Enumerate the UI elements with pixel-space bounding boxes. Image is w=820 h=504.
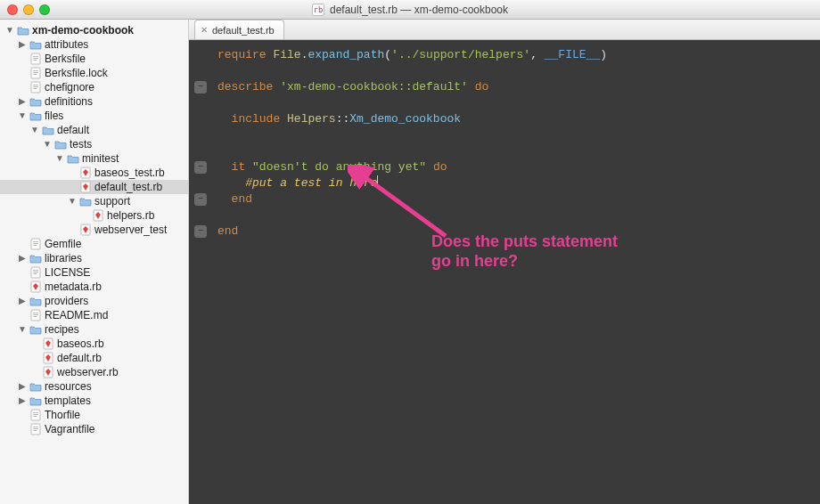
tree-item[interactable]: Berksfile: [0, 52, 188, 66]
code-editor[interactable]: −−−− require File.expand_path('../suppor…: [189, 40, 820, 504]
disclosure-triangle[interactable]: ▼: [41, 137, 53, 151]
fold-toggle-icon[interactable]: −: [194, 193, 207, 206]
window-title: rb default_test.rb — xm-demo-cookbook: [0, 4, 820, 16]
tree-item[interactable]: ▼tests: [0, 137, 188, 151]
file-icon: [29, 266, 43, 279]
tree-item[interactable]: ▼minitest: [0, 151, 188, 166]
file-tree[interactable]: ▼xm-demo-cookbook▶attributesBerksfileBer…: [0, 23, 188, 436]
tree-item[interactable]: ▼default: [0, 123, 188, 137]
gutter-cell: [189, 63, 212, 79]
file-type-badge: rb: [312, 4, 324, 16]
tree-item-label: webserver_test: [94, 223, 167, 237]
tree-item[interactable]: ▶libraries: [0, 251, 188, 265]
tree-item[interactable]: Vagrantfile: [0, 422, 188, 436]
tree-item-label: tests: [70, 137, 92, 151]
disclosure-triangle[interactable]: ▼: [53, 151, 66, 166]
svg-rect-47: [33, 430, 37, 431]
disclosure-triangle[interactable]: ▶: [16, 94, 29, 109]
folder-icon: [16, 25, 30, 36]
project-sidebar[interactable]: ▼xm-demo-cookbook▶attributesBerksfileBer…: [0, 20, 189, 504]
traffic-lights: [7, 4, 50, 15]
tree-item-label: baseos.rb: [57, 337, 104, 351]
svg-rect-11: [33, 88, 37, 89]
tree-item[interactable]: baseos.rb: [0, 337, 188, 351]
ruby-file-icon: [78, 224, 93, 236]
close-tab-icon[interactable]: ✕: [201, 25, 208, 35]
disclosure-triangle[interactable]: ▼: [29, 123, 41, 137]
tree-item[interactable]: default.rb: [0, 351, 188, 365]
ruby-file-icon: [78, 181, 93, 193]
tree-item[interactable]: ▼files: [0, 109, 188, 123]
fold-toggle-icon[interactable]: −: [194, 225, 207, 238]
tree-item-label: Berksfile.lock: [45, 66, 108, 80]
tree-item[interactable]: metadata.rb: [0, 280, 188, 294]
tree-item[interactable]: Berksfile.lock: [0, 66, 188, 80]
editor-area: ✕ default_test.rb −−−− require File.expa…: [189, 20, 820, 504]
tree-item[interactable]: ▶definitions: [0, 94, 188, 109]
svg-rect-25: [33, 270, 38, 271]
disclosure-triangle[interactable]: ▼: [4, 23, 16, 37]
tree-item-label: recipes: [45, 322, 79, 337]
disclosure-triangle[interactable]: ▼: [16, 109, 29, 123]
gutter-cell[interactable]: −: [189, 224, 212, 240]
ruby-file-icon: [41, 352, 55, 364]
tree-item[interactable]: helpers.rb: [0, 208, 188, 223]
svg-rect-5: [33, 70, 38, 71]
svg-rect-43: [33, 416, 37, 417]
tree-item[interactable]: ▶providers: [0, 294, 188, 308]
file-icon: [29, 81, 43, 93]
tree-item-label: baseos_test.rb: [94, 166, 165, 180]
disclosure-triangle[interactable]: ▼: [16, 322, 29, 337]
gutter-cell[interactable]: −: [189, 191, 212, 207]
tree-item-label: Vagrantfile: [45, 422, 94, 436]
svg-rect-31: [33, 313, 38, 313]
tree-item[interactable]: ▶attributes: [0, 37, 188, 52]
gutter-cell[interactable]: −: [189, 159, 212, 175]
file-icon: [29, 423, 43, 435]
folder-icon: [53, 139, 68, 150]
zoom-window-button[interactable]: [39, 4, 50, 15]
tree-item[interactable]: default_test.rb: [0, 180, 188, 194]
disclosure-triangle[interactable]: ▶: [16, 251, 29, 265]
tree-item[interactable]: Gemfile: [0, 237, 188, 251]
tree-item[interactable]: ▶templates: [0, 394, 188, 408]
minimize-window-button[interactable]: [23, 4, 34, 15]
disclosure-triangle[interactable]: ▶: [16, 379, 29, 394]
tree-item[interactable]: ▼support: [0, 194, 188, 208]
folder-icon: [66, 153, 80, 164]
svg-rect-23: [33, 245, 37, 246]
tree-item-label: resources: [45, 379, 92, 394]
svg-rect-46: [33, 428, 38, 429]
fold-toggle-icon[interactable]: −: [194, 81, 207, 93]
tree-item[interactable]: Thorfile: [0, 408, 188, 422]
tree-item-label: Berksfile: [45, 52, 86, 66]
tree-item[interactable]: README.md: [0, 308, 188, 322]
code-lines[interactable]: require File.expand_path('../support/hel…: [212, 40, 820, 504]
svg-rect-1: [33, 56, 38, 57]
close-window-button[interactable]: [7, 4, 18, 15]
gutter-cell[interactable]: −: [189, 79, 212, 95]
fold-toggle-icon[interactable]: −: [194, 161, 207, 174]
disclosure-triangle[interactable]: ▼: [66, 194, 78, 208]
tree-item[interactable]: baseos_test.rb: [0, 166, 188, 180]
tab-default-test[interactable]: ✕ default_test.rb: [194, 20, 284, 39]
folder-icon: [29, 39, 43, 50]
ruby-file-icon: [29, 280, 43, 293]
folder-icon: [29, 253, 43, 264]
tree-item-label: definitions: [45, 94, 93, 109]
tree-item[interactable]: ▶resources: [0, 379, 188, 394]
tree-item[interactable]: chefignore: [0, 80, 188, 94]
tree-item[interactable]: ▼xm-demo-cookbook: [0, 23, 188, 37]
gutter-cell: [189, 207, 212, 224]
tab-strip[interactable]: ✕ default_test.rb: [189, 20, 820, 40]
disclosure-triangle[interactable]: ▶: [16, 37, 29, 52]
file-icon: [29, 409, 43, 421]
gutter-cell: [189, 95, 212, 111]
disclosure-triangle[interactable]: ▶: [16, 394, 29, 408]
gutter[interactable]: −−−−: [189, 40, 212, 504]
tree-item[interactable]: LICENSE: [0, 265, 188, 280]
tree-item[interactable]: webserver_test: [0, 223, 188, 237]
tree-item[interactable]: webserver.rb: [0, 365, 188, 379]
tree-item[interactable]: ▼recipes: [0, 322, 188, 337]
disclosure-triangle[interactable]: ▶: [16, 294, 29, 308]
